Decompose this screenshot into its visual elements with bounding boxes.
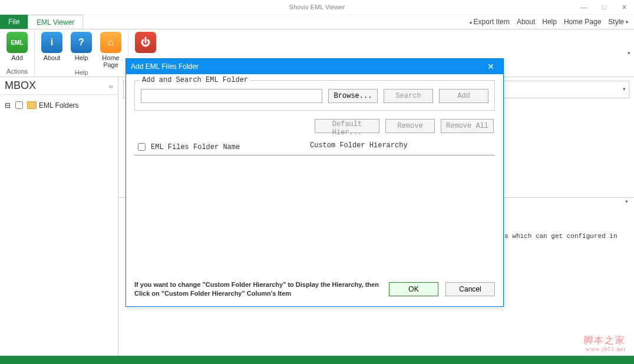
about-label: About bbox=[44, 54, 61, 61]
export-marker-icon: ▴ bbox=[470, 19, 472, 25]
file-tab[interactable]: File bbox=[0, 15, 28, 29]
add-eml-dialog: Add EML Files Folder ✕ Add and Search EM… bbox=[126, 58, 504, 307]
tree-checkbox[interactable] bbox=[15, 101, 23, 109]
style-label: Style bbox=[608, 18, 624, 26]
help-label: Help bbox=[75, 54, 88, 61]
dialog-titlebar: Add EML Files Folder ✕ bbox=[126, 59, 503, 74]
info-icon: i bbox=[41, 32, 62, 53]
home-page-menu[interactable]: Home Page bbox=[564, 18, 601, 26]
window-controls: — □ ✕ bbox=[574, 0, 634, 14]
close-window-button[interactable]: ✕ bbox=[614, 0, 634, 14]
eml-add-icon: EML bbox=[6, 32, 28, 53]
add-folder-button[interactable]: Add bbox=[439, 89, 488, 103]
col-custom-hierarchy[interactable]: Custom Folder Hierarchy bbox=[310, 141, 494, 153]
chevron-down-icon: ▾ bbox=[626, 19, 628, 25]
ribbon-collapse-icon[interactable]: ▾ bbox=[628, 50, 630, 56]
add-label: Add bbox=[11, 54, 23, 61]
power-icon: ⏻ bbox=[135, 32, 156, 53]
app-window: Shoviv EML Viewer — □ ✕ File EML Viewer … bbox=[0, 0, 634, 364]
question-icon: ? bbox=[71, 32, 92, 53]
home-page-button[interactable]: ⌂ Home Page bbox=[97, 31, 124, 68]
home-icon: ⌂ bbox=[100, 32, 121, 53]
export-item-label: Export Item bbox=[474, 18, 510, 26]
ribbon-group-actions-label: Actions bbox=[6, 67, 28, 75]
sidebar-header: MBOX ‹› bbox=[0, 77, 118, 95]
about-menu[interactable]: About bbox=[517, 18, 535, 26]
add-search-fieldset: Add and Search EML Folder Browse... Sear… bbox=[134, 80, 495, 111]
titlebar: Shoviv EML Viewer — □ ✕ bbox=[0, 0, 634, 15]
about-button[interactable]: i About bbox=[38, 31, 65, 68]
col-folder-name[interactable]: EML Files Folder Name bbox=[151, 143, 240, 151]
remove-all-button[interactable]: Remove All bbox=[441, 119, 494, 133]
help-button[interactable]: ? Help bbox=[68, 31, 95, 68]
ribbon-group-help: i About ? Help ⌂ Home Page Help bbox=[35, 29, 128, 77]
fieldset-legend: Add and Search EML Folder bbox=[140, 76, 250, 84]
minimize-button[interactable]: — bbox=[574, 0, 594, 14]
dialog-action-row: Default Hier... Remove Remove All bbox=[136, 119, 494, 133]
tree-expander-icon[interactable]: ⊟ bbox=[5, 101, 11, 110]
dialog-footer: If you want to change "Custom Folder Hie… bbox=[126, 276, 503, 306]
cancel-button[interactable]: Cancel bbox=[445, 282, 495, 296]
add-button[interactable]: EML Add bbox=[4, 31, 31, 67]
sidebar-collapse-icon[interactable]: ‹› bbox=[109, 82, 113, 90]
dialog-title: Add EML Files Folder bbox=[131, 62, 199, 71]
select-all-checkbox[interactable] bbox=[138, 143, 146, 151]
help-menu[interactable]: Help bbox=[542, 18, 557, 26]
dialog-note: If you want to change "Custom Folder Hie… bbox=[134, 280, 382, 298]
tree-item-eml-folders[interactable]: ⊟ EML Folders bbox=[4, 98, 114, 112]
maximize-button[interactable]: □ bbox=[594, 0, 614, 14]
default-hierarchy-button[interactable]: Default Hier... bbox=[315, 119, 379, 133]
ribbon-group-help-label: Help bbox=[75, 68, 88, 77]
folder-list-header: EML Files Folder Name Custom Folder Hier… bbox=[134, 139, 495, 155]
tree-item-label: EML Folders bbox=[39, 101, 79, 110]
home-page-label: Home Page bbox=[102, 54, 119, 68]
folder-icon bbox=[27, 101, 37, 109]
style-menu[interactable]: Style ▾ bbox=[608, 18, 628, 26]
dialog-body: Add and Search EML Folder Browse... Sear… bbox=[126, 74, 503, 276]
folder-path-input[interactable] bbox=[141, 89, 322, 103]
folder-list-body bbox=[134, 155, 495, 270]
browse-button[interactable]: Browse... bbox=[328, 89, 378, 103]
remove-button[interactable]: Remove bbox=[385, 119, 435, 133]
preview-dropdown-icon[interactable]: ▾ bbox=[625, 198, 628, 204]
dialog-close-button[interactable]: ✕ bbox=[483, 59, 498, 74]
eml-viewer-tab[interactable]: EML Viewer bbox=[28, 15, 83, 29]
search-button[interactable]: Search bbox=[384, 89, 433, 103]
ok-button[interactable]: OK bbox=[389, 282, 438, 296]
sidebar-tree: ⊟ EML Folders bbox=[0, 95, 118, 115]
tab-row: File EML Viewer ▴ Export Item About Help… bbox=[0, 15, 634, 29]
export-item-menu[interactable]: ▴ Export Item bbox=[470, 18, 510, 26]
sidebar-title: MBOX bbox=[5, 80, 36, 92]
status-bar bbox=[0, 356, 634, 364]
top-menu: ▴ Export Item About Help Home Page Style… bbox=[470, 15, 634, 29]
grid-dropdown-icon[interactable]: ▾ bbox=[623, 86, 626, 92]
ribbon-group-actions: EML Add Actions bbox=[0, 29, 35, 77]
app-title: Shoviv EML Viewer bbox=[289, 4, 345, 11]
sidebar: MBOX ‹› ⊟ EML Folders bbox=[0, 77, 118, 356]
